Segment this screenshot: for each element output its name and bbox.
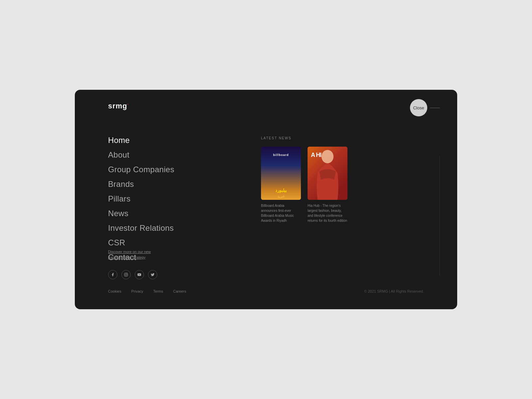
close-button[interactable]: Close bbox=[410, 99, 440, 116]
footer-links: Cookies Privacy Terms Careers bbox=[108, 289, 186, 293]
logo[interactable]: srmg° bbox=[108, 102, 129, 110]
billboard-logo-text: billboard bbox=[273, 153, 289, 157]
footer-terms[interactable]: Terms bbox=[153, 289, 163, 293]
news-card-title-hia: Hia Hub - The region's largest fashion, … bbox=[308, 203, 347, 223]
billboard-visual: billboard بيلبورد العربية bbox=[261, 147, 301, 200]
news-cards: billboard بيلبورد العربية Billboard Arab… bbox=[261, 147, 431, 223]
nav-item-investor-relations[interactable]: Investor Relations bbox=[108, 224, 174, 232]
news-section-label: LATEST NEWS bbox=[261, 136, 431, 140]
footer-cookies[interactable]: Cookies bbox=[108, 289, 121, 293]
right-divider bbox=[440, 156, 440, 276]
nav-item-csr[interactable]: CSR bbox=[108, 239, 174, 247]
news-section: LATEST NEWS billboard بيلبورد العربية Bi… bbox=[261, 136, 431, 223]
close-label: Close bbox=[413, 105, 424, 110]
logo-dot: ° bbox=[127, 103, 129, 106]
nav-item-brands[interactable]: Brands bbox=[108, 180, 174, 188]
news-card-image-billboard: billboard بيلبورد العربية bbox=[261, 147, 301, 200]
social-icons bbox=[108, 270, 157, 279]
svg-point-1 bbox=[125, 274, 127, 276]
discover-link[interactable]: Discover more on our new transformation … bbox=[108, 249, 161, 260]
logo-text: srmg bbox=[108, 102, 127, 110]
nav-item-pillars[interactable]: Pillars bbox=[108, 195, 174, 203]
hia-visual: A HI bbox=[308, 147, 347, 200]
nav-item-group-companies[interactable]: Group Companies bbox=[108, 166, 174, 174]
modal-container: srmg° Close Home About Group Companies B… bbox=[75, 90, 457, 309]
nav-item-news[interactable]: News bbox=[108, 209, 174, 217]
facebook-icon[interactable] bbox=[108, 270, 117, 279]
youtube-icon[interactable] bbox=[135, 270, 144, 279]
news-card-billboard[interactable]: billboard بيلبورد العربية Billboard Arab… bbox=[261, 147, 301, 223]
news-card-title-billboard: Billboard Arabia announces first-ever Bi… bbox=[261, 203, 301, 223]
navigation: Home About Group Companies Brands Pillar… bbox=[108, 136, 174, 268]
news-card-hia[interactable]: A HI Hia Hub - The region's largest fash… bbox=[308, 147, 347, 223]
nav-item-home[interactable]: Home bbox=[108, 136, 174, 144]
svg-point-4 bbox=[322, 150, 333, 163]
instagram-icon[interactable] bbox=[121, 270, 131, 279]
nav-item-about[interactable]: About bbox=[108, 151, 174, 159]
svg-rect-0 bbox=[124, 273, 128, 276]
hia-hub-text: A HI bbox=[311, 152, 321, 159]
close-line bbox=[430, 108, 440, 108]
footer-privacy[interactable]: Privacy bbox=[131, 289, 143, 293]
close-circle: Close bbox=[410, 99, 427, 116]
news-card-image-hia: A HI bbox=[308, 147, 347, 200]
footer-copyright: © 2021 SRMG | All Rights Reserved. bbox=[364, 289, 424, 293]
footer-careers[interactable]: Careers bbox=[173, 289, 186, 293]
twitter-icon[interactable] bbox=[148, 270, 157, 279]
svg-point-2 bbox=[127, 274, 127, 274]
